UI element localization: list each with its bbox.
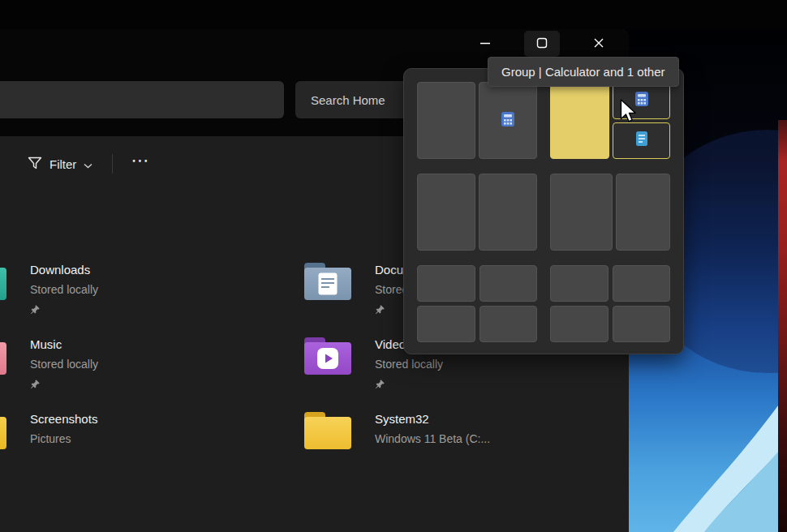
calculator-icon: [500, 111, 516, 131]
tile-subtitle: Stored locally: [30, 281, 98, 298]
filter-icon: [28, 157, 42, 172]
snap-cell-highlighted[interactable]: [550, 82, 609, 159]
music-folder-icon: [0, 337, 6, 375]
maximize-button[interactable]: [524, 31, 560, 57]
screen-edge-red-strip: [778, 120, 787, 532]
more-icon: ⋯: [131, 150, 149, 170]
screenshots-folder-icon: [0, 412, 6, 449]
tile-subtitle: Stored locally: [30, 355, 98, 373]
snap-layout-wide-left: [550, 174, 670, 251]
toolbar: Filter ⋯: [19, 148, 159, 180]
snap-cell[interactable]: [613, 265, 671, 302]
tile-subtitle: Stored locally: [375, 355, 443, 373]
videos-folder-icon: [304, 337, 351, 375]
tile-downloads[interactable]: Downloads Stored locally: [0, 261, 235, 329]
snap-layout-quad: [550, 265, 670, 342]
snap-cell[interactable]: [417, 306, 475, 342]
tile-title: System32: [375, 410, 490, 428]
snap-layout-group-highlighted: [550, 82, 670, 159]
snap-cell[interactable]: [613, 306, 671, 342]
snap-group-tooltip: Group | Calculator and 1 other: [488, 57, 679, 87]
snap-cell[interactable]: [479, 174, 537, 251]
tile-music[interactable]: Music Stored locally: [0, 336, 235, 404]
snap-cell[interactable]: [616, 174, 670, 251]
snap-cell[interactable]: [417, 174, 475, 251]
snap-layout-two-columns-app-right: [417, 82, 537, 159]
tile-screenshots[interactable]: Screenshots Pictures: [0, 410, 235, 478]
document-badge-icon: [318, 272, 338, 295]
documents-folder-icon: [304, 263, 351, 300]
play-badge-icon: [317, 348, 338, 369]
snap-cell[interactable]: [550, 174, 613, 251]
close-button[interactable]: [581, 31, 617, 57]
downloads-folder-icon: [0, 263, 6, 300]
search-placeholder: Search Home: [311, 93, 385, 107]
snap-cell[interactable]: [417, 82, 475, 159]
pin-icon: [30, 378, 98, 389]
pin-icon: [375, 378, 443, 389]
snap-cell[interactable]: [480, 265, 538, 302]
chevron-down-icon: [84, 157, 92, 171]
snap-cell[interactable]: [417, 265, 475, 302]
pin-icon: [30, 303, 98, 315]
tile-title: Downloads: [30, 261, 98, 279]
tile-title: Music: [30, 336, 98, 354]
filter-button[interactable]: Filter: [19, 150, 101, 178]
address-bar[interactable]: [0, 81, 284, 118]
snap-layout-quad: [417, 265, 537, 342]
minimize-button[interactable]: [467, 31, 503, 57]
snap-layout-two-columns: [417, 174, 537, 251]
tile-system32[interactable]: System32 Windows 11 Beta (C:...: [304, 410, 580, 478]
system32-folder-icon: [304, 412, 351, 449]
tile-subtitle: Pictures: [30, 430, 97, 448]
minimize-icon: [480, 37, 491, 51]
snap-cell[interactable]: [480, 306, 538, 342]
screen: Search Home Filter ⋯: [0, 0, 787, 532]
tooltip-text: Group | Calculator and 1 other: [501, 65, 665, 79]
notes-icon: [634, 131, 650, 150]
filter-label: Filter: [49, 157, 76, 171]
mouse-cursor: [617, 99, 639, 128]
snap-cell[interactable]: [550, 306, 609, 342]
tile-title: Screenshots: [30, 410, 97, 428]
tile-subtitle: Windows 11 Beta (C:...: [375, 430, 490, 448]
close-icon: [593, 37, 604, 51]
top-black-bar: [0, 0, 787, 29]
snap-cell[interactable]: [550, 265, 609, 302]
snap-cell-with-app[interactable]: [479, 82, 537, 159]
maximize-icon: [536, 37, 548, 51]
snap-layouts-flyout: [403, 68, 684, 354]
see-more-button[interactable]: ⋯: [121, 152, 159, 176]
toolbar-divider: [112, 154, 113, 174]
